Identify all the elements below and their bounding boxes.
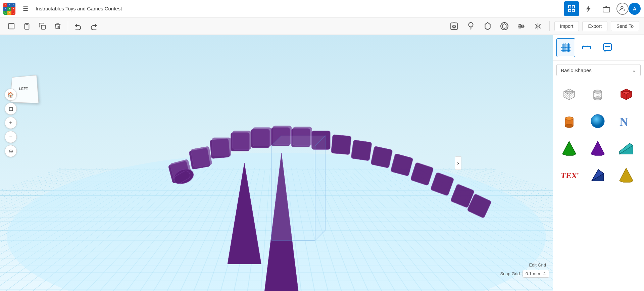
grid-view-button[interactable] (564, 1, 579, 16)
align-button[interactable] (514, 19, 528, 33)
snap-grid-row: Snap Grid 0.1 mm ⇕ (500, 270, 549, 278)
panel-icons (553, 35, 644, 61)
export-button[interactable]: Export (582, 21, 607, 31)
toolbar-right: Import Export Send To (447, 19, 639, 33)
notes-panel-button[interactable] (598, 38, 617, 57)
edit-grid-label[interactable]: Edit Grid (529, 262, 546, 268)
group-button[interactable] (481, 19, 494, 33)
new-button[interactable] (5, 19, 18, 33)
svg-rect-1 (572, 6, 575, 8)
svg-point-82 (565, 117, 573, 120)
shapes-grid: N (553, 80, 644, 190)
view-cube-label: LEFT (19, 87, 28, 91)
shapes-category-dropdown[interactable]: Basic Shapes ⌄ (556, 64, 641, 76)
shape-pyramid-green[interactable] (557, 136, 581, 160)
svg-marker-89 (591, 141, 604, 155)
dropdown-chevron-icon: ⌄ (632, 67, 636, 73)
svg-rect-9 (41, 25, 45, 29)
zoom-in-button[interactable]: + (5, 117, 17, 129)
shape-sphere-blue[interactable] (586, 109, 610, 133)
zoom-out-button[interactable]: − (5, 131, 17, 143)
menu-icon[interactable]: ☰ (19, 2, 32, 15)
shape-cylinder-gray[interactable] (586, 82, 610, 106)
user-avatar[interactable]: A (629, 3, 641, 15)
svg-rect-52 (562, 44, 565, 47)
add-user-button[interactable] (616, 3, 629, 15)
snap-grid-input[interactable]: 0.1 mm ⇕ (523, 270, 549, 278)
svg-text:TEXT: TEXT (560, 171, 579, 180)
svg-marker-96 (620, 168, 633, 182)
shape-prism-blue[interactable] (586, 163, 610, 187)
svg-rect-54 (562, 48, 565, 52)
svg-rect-62 (583, 46, 591, 49)
svg-marker-87 (562, 141, 576, 155)
svg-marker-49 (315, 136, 325, 240)
svg-point-11 (453, 25, 455, 27)
shape-n[interactable]: N (614, 109, 638, 133)
svg-point-83 (565, 124, 573, 128)
shape-pyramid-yellow[interactable] (614, 163, 638, 187)
shapes-panel-button[interactable] (556, 38, 575, 57)
briefcase-button[interactable] (599, 1, 614, 16)
svg-point-77 (594, 97, 602, 100)
left-controls: 🏠 ⊡ + − ⊕ (5, 89, 17, 157)
svg-rect-29 (233, 131, 251, 149)
svg-rect-0 (568, 6, 571, 8)
nav-title: Instructables Toys and Games Contest (36, 6, 561, 11)
shape-cylinder-orange[interactable] (557, 109, 581, 133)
svg-rect-38 (351, 140, 372, 161)
fit-view-button[interactable]: ⊡ (5, 103, 17, 115)
rulers-panel-button[interactable] (577, 38, 596, 57)
toolbar: Import Export Send To (0, 17, 644, 35)
redo-button[interactable] (87, 19, 100, 33)
svg-marker-13 (485, 22, 490, 30)
shape-text[interactable]: TEXT (557, 163, 581, 187)
shape-box-gray[interactable] (557, 82, 581, 106)
home-view-button[interactable]: 🏠 (5, 89, 17, 101)
notes-button[interactable] (464, 19, 478, 33)
main-area: LEFT 🏠 ⊡ + − ⊕ (0, 35, 644, 291)
viewport[interactable]: LEFT 🏠 ⊡ + − ⊕ (0, 35, 553, 291)
svg-rect-27 (212, 138, 231, 156)
right-panel: Basic Shapes ⌄ (553, 35, 644, 291)
shapes-category-label: Basic Shapes (561, 67, 592, 73)
svg-rect-67 (603, 44, 611, 50)
svg-rect-6 (9, 23, 14, 29)
import-button[interactable]: Import (554, 21, 579, 31)
svg-point-76 (594, 90, 602, 93)
ungroup-button[interactable] (498, 19, 511, 33)
scene-svg (0, 35, 553, 291)
shape-wedge-teal[interactable] (614, 136, 638, 160)
tinkercad-logo: T I N K E R C A D (3, 3, 15, 15)
send-to-button[interactable]: Send To (611, 21, 639, 31)
hammer-button[interactable] (582, 1, 596, 16)
toolbar-separator-2 (549, 21, 550, 31)
undo-button[interactable] (71, 19, 85, 33)
snap-grid-value: 0.1 mm (526, 271, 540, 276)
snap-grid-label: Snap Grid (500, 271, 520, 276)
svg-rect-3 (572, 9, 575, 12)
toolbar-separator-1 (68, 21, 68, 31)
svg-point-12 (468, 22, 473, 27)
screenshot-button[interactable] (447, 19, 461, 33)
orthographic-button[interactable]: ⊕ (5, 145, 17, 157)
svg-rect-25 (191, 146, 212, 168)
copy-button[interactable] (36, 19, 49, 33)
svg-rect-55 (566, 48, 570, 52)
svg-rect-39 (370, 146, 392, 168)
panel-expand-button[interactable]: › (455, 156, 461, 170)
shape-pyramid-purple[interactable] (586, 136, 610, 160)
svg-rect-53 (566, 44, 570, 47)
svg-rect-2 (568, 9, 571, 12)
top-nav: T I N K E R C A D ☰ Instructables Toys a… (0, 0, 644, 17)
svg-rect-37 (331, 135, 351, 155)
mirror-button[interactable] (531, 19, 545, 33)
shape-box-red[interactable] (614, 82, 638, 106)
svg-rect-4 (603, 7, 610, 12)
nav-right: A (564, 1, 641, 16)
delete-button[interactable] (51, 19, 64, 33)
paste-button[interactable] (20, 19, 34, 33)
svg-point-5 (621, 6, 623, 9)
svg-marker-15 (502, 23, 506, 29)
svg-rect-47 (271, 146, 315, 240)
